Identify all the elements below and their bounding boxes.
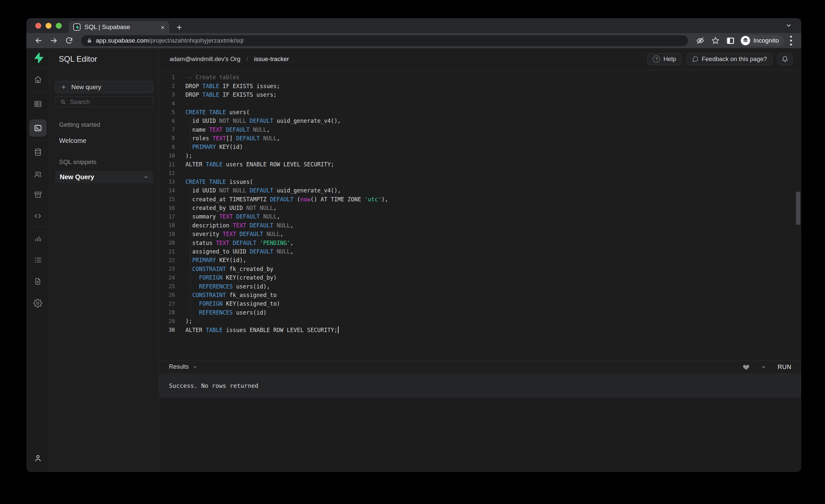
line-number: 3 [159, 91, 175, 98]
zoom-window-button[interactable] [56, 23, 62, 29]
code-line-11[interactable]: 11ALTER TABLE users ENABLE ROW LEVEL SEC… [159, 160, 801, 169]
sidebar-item-welcome[interactable]: Welcome [55, 137, 153, 145]
incognito-label: Incognito [753, 37, 779, 44]
code-line-17[interactable]: 17 summary TEXT DEFAULT NULL, [159, 212, 801, 221]
line-text: REFERENCES users(id), [185, 283, 270, 290]
sql-editor-icon[interactable] [29, 120, 47, 137]
incognito-badge[interactable]: Incognito [740, 35, 784, 46]
line-number: 8 [159, 135, 175, 141]
code-line-15[interactable]: 15 created_at TIMESTAMPTZ DEFAULT (now()… [159, 195, 801, 203]
code-line-24[interactable]: 24 FOREIGN KEY(created_by) [159, 273, 801, 282]
run-options-chevron-icon[interactable] [761, 364, 766, 370]
tab-close-icon[interactable]: × [161, 24, 165, 31]
code-line-7[interactable]: 7 name TEXT DEFAULT NULL, [159, 125, 801, 134]
line-text: CONSTRAINT fk_assigned_to [185, 292, 277, 298]
browser-menu-dots-icon[interactable]: ••• [787, 34, 795, 47]
line-text: description TEXT DEFAULT NULL, [185, 222, 294, 229]
query-result-message: Success. No rows returned [159, 373, 801, 398]
results-dropdown[interactable]: Results [169, 363, 197, 370]
logs-icon[interactable] [26, 249, 50, 271]
browser-tab[interactable]: SQL | Supabase × [69, 21, 169, 33]
search-input[interactable]: Search [55, 96, 153, 107]
code-line-28[interactable]: 28 REFERENCES users(id) [159, 308, 801, 317]
tab-strip: SQL | Supabase × + [26, 18, 801, 33]
feedback-button[interactable]: Feedback on this page? [686, 53, 772, 65]
minimize-window-button[interactable] [46, 23, 52, 29]
code-line-3[interactable]: 3DROP TABLE IF EXISTS users; [159, 90, 801, 99]
new-tab-icon[interactable]: + [176, 22, 182, 33]
sql-snippets-section-label: SQL snippets [55, 158, 153, 166]
code-line-20[interactable]: 20 status TEXT DEFAULT 'PENDING', [159, 238, 801, 247]
edge-functions-icon[interactable] [26, 205, 50, 227]
line-number: 27 [159, 301, 175, 307]
line-text: roles TEXT[] DEFAULT NULL, [185, 135, 280, 142]
line-text: name TEXT DEFAULT NULL, [185, 126, 270, 133]
reload-icon[interactable] [63, 34, 75, 47]
code-line-21[interactable]: 21 assigned_to UUID DEFAULT NULL, [159, 247, 801, 256]
line-text: id UUID NOT NULL DEFAULT uuid_generate_v… [185, 187, 341, 194]
feedback-chat-icon [692, 56, 699, 62]
code-line-10[interactable]: 10); [159, 151, 801, 160]
code-line-5[interactable]: 5CREATE TABLE users( [159, 108, 801, 117]
code-line-27[interactable]: 27 FOREIGN KEY(assigned_to) [159, 299, 801, 308]
browser-window: SQL | Supabase × + app.supabase.com/proj… [26, 18, 801, 472]
line-number: 25 [159, 283, 175, 289]
line-number: 30 [159, 327, 175, 333]
supabase-logo-icon[interactable] [26, 48, 50, 67]
code-line-8[interactable]: 8 roles TEXT[] DEFAULT NULL, [159, 134, 801, 143]
line-text: assigned_to UUID DEFAULT NULL, [185, 248, 294, 255]
code-line-29[interactable]: 29); [159, 317, 801, 326]
line-number: 14 [159, 188, 175, 194]
notifications-button[interactable] [777, 53, 793, 65]
docs-icon[interactable] [26, 271, 50, 292]
favorite-heart-icon[interactable] [743, 363, 750, 371]
table-editor-icon[interactable] [26, 92, 50, 116]
run-button[interactable]: RUN [777, 363, 791, 371]
account-user-icon[interactable] [26, 444, 50, 472]
code-line-13[interactable]: 13CREATE TABLE issues( [159, 177, 801, 186]
eye-off-icon[interactable] [694, 34, 706, 47]
forward-icon[interactable] [48, 34, 60, 47]
breadcrumb-org[interactable]: adam@windmill.dev's Org [170, 56, 241, 63]
help-button[interactable]: ? Help [647, 53, 681, 65]
code-line-16[interactable]: 16 created_by UUID NOT NULL, [159, 204, 801, 212]
storage-icon[interactable] [26, 185, 50, 205]
back-icon[interactable] [32, 34, 45, 47]
code-line-18[interactable]: 18 description TEXT DEFAULT NULL, [159, 221, 801, 230]
code-line-2[interactable]: 2DROP TABLE IF EXISTS issues; [159, 81, 801, 90]
sidebar-item-new-query-snippet[interactable]: New Query [55, 171, 153, 183]
breadcrumb-project[interactable]: issue-tracker [254, 56, 289, 63]
code-line-25[interactable]: 25 REFERENCES users(id), [159, 282, 801, 290]
url-text: app.supabase.com/project/azahtnhqohyjerz… [96, 37, 243, 44]
code-line-12[interactable]: 12 [159, 169, 801, 177]
line-text: CREATE TABLE issues( [185, 178, 253, 185]
bookmark-star-icon[interactable] [709, 34, 722, 47]
auth-users-icon[interactable] [26, 164, 50, 185]
reports-icon[interactable] [26, 227, 50, 249]
results-chevron-icon [193, 365, 197, 369]
close-window-button[interactable] [35, 23, 41, 29]
code-line-22[interactable]: 22 PRIMARY KEY(id), [159, 256, 801, 264]
code-line-26[interactable]: 26 CONSTRAINT fk_assigned_to [159, 291, 801, 299]
editor-scrollbar[interactable] [796, 192, 800, 225]
code-line-14[interactable]: 14 id UUID NOT NULL DEFAULT uuid_generat… [159, 186, 801, 195]
new-query-button[interactable]: New query [55, 81, 153, 93]
code-line-6[interactable]: 6 id UUID NOT NULL DEFAULT uuid_generate… [159, 117, 801, 125]
code-line-4[interactable]: 4 [159, 99, 801, 107]
home-icon[interactable] [26, 68, 50, 91]
code-line-9[interactable]: 9 PRIMARY KEY(id) [159, 143, 801, 151]
sql-code-editor[interactable]: 1-- Create tables2DROP TABLE IF EXISTS i… [159, 70, 801, 360]
settings-gear-icon[interactable] [26, 292, 50, 314]
code-line-1[interactable]: 1-- Create tables [159, 73, 801, 81]
side-panel-icon[interactable] [724, 34, 737, 47]
database-icon[interactable] [26, 140, 50, 164]
supabase-app: SQL Editor New query Search Getting star… [26, 48, 801, 472]
code-line-23[interactable]: 23 CONSTRAINT fk_created_by [159, 265, 801, 273]
line-number: 24 [159, 275, 175, 281]
code-line-30[interactable]: 30ALTER TABLE issues ENABLE ROW LEVEL SE… [159, 326, 801, 334]
nav-rail [26, 48, 50, 472]
code-line-19[interactable]: 19 severity TEXT DEFAULT NULL, [159, 230, 801, 238]
chevron-down-icon[interactable] [144, 174, 149, 179]
url-bar[interactable]: app.supabase.com/project/azahtnhqohyjerz… [81, 35, 688, 46]
tab-search-chevron-icon[interactable] [786, 23, 791, 28]
